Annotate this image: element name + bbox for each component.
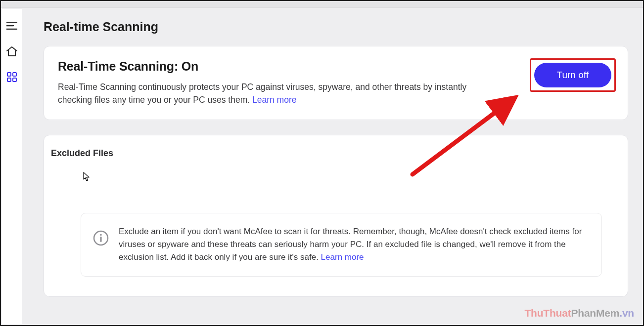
- info-icon: [93, 230, 109, 246]
- page-title: Real-time Scanning: [44, 20, 628, 34]
- excluded-info-text: Exclude an item if you don't want McAfee…: [119, 225, 588, 264]
- svg-rect-2: [7, 78, 11, 82]
- menu-icon[interactable]: [6, 20, 18, 32]
- learn-more-link[interactable]: Learn more: [252, 95, 297, 105]
- svg-point-5: [100, 234, 102, 236]
- main-content: Real-time Scanning Real-Time Scanning: O…: [22, 9, 642, 324]
- turn-off-button[interactable]: Turn off: [534, 63, 611, 87]
- svg-rect-3: [13, 78, 16, 82]
- scanning-status-heading: Real-Time Scanning: On: [58, 59, 520, 74]
- window-topbar: [1, 1, 643, 8]
- svg-rect-0: [7, 73, 11, 76]
- svg-rect-6: [100, 237, 101, 242]
- excluded-info-box: Exclude an item if you don't want McAfee…: [81, 213, 602, 277]
- sidebar: [2, 9, 22, 324]
- home-icon[interactable]: [6, 45, 18, 57]
- apps-icon[interactable]: [6, 71, 18, 83]
- realtime-scanning-card: Real-Time Scanning: On Real-Time Scannin…: [44, 46, 628, 120]
- scanning-status-description: Real-Time Scanning continuously protects…: [58, 81, 473, 107]
- excluded-files-card: Excluded Files Exclude an item if you do…: [44, 135, 628, 297]
- svg-rect-1: [13, 73, 16, 76]
- excluded-files-heading: Excluded Files: [51, 148, 614, 159]
- app-window: Real-time Scanning Real-Time Scanning: O…: [0, 0, 644, 326]
- excluded-learn-more-link[interactable]: Learn more: [321, 252, 364, 262]
- turn-off-highlight-box: Turn off: [530, 58, 616, 92]
